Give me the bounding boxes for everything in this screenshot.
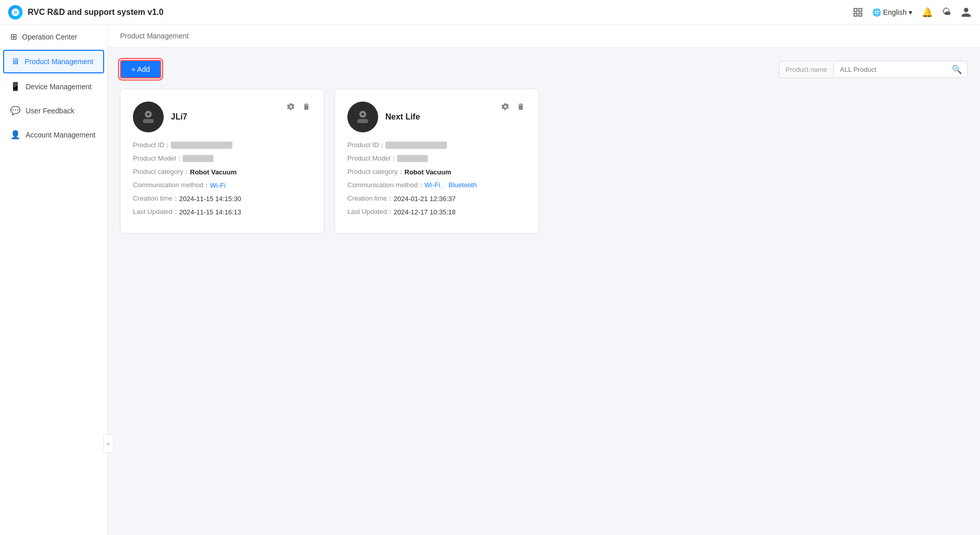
sidebar-item-label: User Feedback: [26, 107, 74, 115]
svg-rect-6: [143, 119, 153, 123]
communication-value-1: Wi-Fi: [210, 182, 225, 189]
product-model-value-1: [183, 155, 213, 162]
breadcrumb: Product Management: [108, 25, 980, 48]
product-model-label-1: Product Model：: [133, 154, 183, 163]
product-category-field-1: Product category： Robot Vacuum: [133, 167, 311, 176]
updated-field-2: Last Updated： 2024-12-17 10:35:18: [347, 207, 526, 216]
card-settings-button-1[interactable]: [286, 102, 296, 114]
card-header-2: Next Life: [347, 102, 526, 132]
sidebar-item-product-management[interactable]: 🖥 Product Management: [3, 50, 104, 73]
card-delete-button-1[interactable]: [301, 102, 311, 114]
product-id-value-1: [171, 142, 232, 149]
operation-center-icon: ⊞: [10, 32, 17, 42]
product-name-2: Next Life: [385, 112, 420, 122]
product-id-label-1: Product ID：: [133, 141, 171, 150]
product-category-field-2: Product category： Robot Vacuum: [347, 167, 526, 176]
settings-header-icon[interactable]: [853, 7, 863, 17]
product-model-field-1: Product Model：: [133, 154, 311, 163]
device-management-icon: 📱: [10, 82, 21, 91]
communication-field-1: Communication method： Wi-Fi: [133, 181, 311, 190]
add-button-label: + Add: [131, 65, 150, 73]
product-model-label-2: Product Model：: [347, 154, 397, 163]
sidebar-item-label: Product Management: [25, 57, 93, 66]
sidebar-item-operation-center[interactable]: ⊞ Operation Center: [0, 25, 107, 49]
svg-point-8: [361, 113, 364, 115]
main-content: Product Management + Add Product name 🔍: [108, 25, 980, 535]
svg-rect-1: [859, 8, 862, 11]
sidebar-collapse-button[interactable]: «: [103, 434, 113, 453]
search-label: Product name: [779, 63, 834, 76]
product-avatar-2: [347, 102, 378, 132]
svg-rect-2: [854, 13, 857, 16]
card-delete-button-2[interactable]: [516, 102, 526, 114]
product-card-1: JLi7 Product ID：: [120, 89, 324, 233]
svg-rect-0: [854, 8, 857, 11]
communication-label-1: Communication method：: [133, 181, 210, 190]
creation-field-2: Creation time： 2024-01-21 12:36:37: [347, 194, 526, 203]
svg-point-5: [147, 113, 149, 115]
brightness-icon[interactable]: 🌤: [942, 7, 951, 17]
globe-icon: 🌐: [872, 8, 881, 16]
layout: ⊞ Operation Center 🖥 Product Management …: [0, 25, 980, 535]
product-avatar-1: [133, 102, 164, 132]
product-name-1: JLi7: [171, 112, 187, 122]
product-category-value-1: Robot Vacuum: [190, 168, 237, 176]
card-actions-1: [286, 102, 311, 114]
updated-value-1: 2024-11-15 14:16:13: [179, 208, 241, 216]
updated-field-1: Last Updated： 2024-11-15 14:16:13: [133, 207, 311, 216]
updated-label-1: Last Updated：: [133, 207, 179, 216]
svg-rect-9: [357, 119, 368, 123]
creation-value-2: 2024-01-21 12:36:37: [394, 195, 456, 203]
updated-label-2: Last Updated：: [347, 207, 394, 216]
search-bar: Product name 🔍: [779, 61, 968, 78]
card-header-left-2: Next Life: [347, 102, 420, 132]
creation-value-1: 2024-11-15 14:15:30: [179, 195, 241, 203]
sidebar-item-user-feedback[interactable]: 💬 User Feedback: [0, 98, 107, 123]
sidebar-item-device-management[interactable]: 📱 Device Management: [0, 74, 107, 98]
product-id-field-1: Product ID：: [133, 141, 311, 150]
product-id-field-2: Product ID：: [347, 141, 526, 150]
header-left: RVC R&D and support system v1.0: [8, 5, 164, 19]
user-avatar-icon[interactable]: [961, 7, 972, 18]
creation-field-1: Creation time： 2024-11-15 14:15:30: [133, 194, 311, 203]
user-feedback-icon: 💬: [10, 106, 21, 115]
communication-field-2: Communication method： Wi-Fi、 Bluetooth: [347, 181, 526, 190]
product-card-2: Next Life Product ID：: [335, 89, 539, 233]
language-label: English: [883, 8, 907, 16]
header: RVC R&D and support system v1.0 🌐 Englis…: [0, 0, 980, 25]
chevron-down-icon: ▾: [909, 8, 912, 16]
language-selector[interactable]: 🌐 English ▾: [872, 8, 912, 16]
app-title: RVC R&D and support system v1.0: [28, 8, 164, 17]
product-management-icon: 🖥: [11, 57, 19, 66]
header-right: 🌐 English ▾ 🔔 🌤: [853, 7, 972, 18]
communication-value-2: Wi-Fi、 Bluetooth: [424, 181, 477, 190]
search-button[interactable]: 🔍: [947, 62, 967, 77]
product-category-value-2: Robot Vacuum: [404, 168, 451, 176]
product-category-label-1: Product category：: [133, 167, 190, 176]
add-product-button[interactable]: + Add: [120, 60, 161, 78]
updated-value-2: 2024-12-17 10:35:18: [394, 208, 456, 216]
sidebar: ⊞ Operation Center 🖥 Product Management …: [0, 25, 108, 535]
product-category-label-2: Product category：: [347, 167, 404, 176]
search-input[interactable]: [834, 63, 947, 76]
sidebar-item-label: Device Management: [26, 83, 91, 91]
creation-label-2: Creation time：: [347, 194, 394, 203]
svg-rect-3: [859, 13, 862, 16]
content-area: + Add Product name 🔍: [108, 48, 980, 535]
search-icon: 🔍: [952, 65, 962, 74]
product-id-label-2: Product ID：: [347, 141, 385, 150]
card-header-left-1: JLi7: [133, 102, 187, 132]
toolbar: + Add Product name 🔍: [120, 60, 968, 78]
card-header-1: JLi7: [133, 102, 311, 132]
product-id-value-2: [385, 142, 447, 149]
sidebar-item-label: Operation Center: [22, 33, 77, 41]
sidebar-item-account-management[interactable]: 👤 Account Management: [0, 123, 107, 147]
communication-label-2: Communication method：: [347, 181, 424, 190]
card-actions-2: [500, 102, 526, 114]
app-logo: [8, 5, 23, 19]
account-management-icon: 👤: [10, 130, 21, 140]
sidebar-item-label: Account Management: [26, 131, 95, 139]
product-model-field-2: Product Model：: [347, 154, 526, 163]
card-settings-button-2[interactable]: [500, 102, 511, 114]
notification-icon[interactable]: 🔔: [922, 7, 933, 18]
